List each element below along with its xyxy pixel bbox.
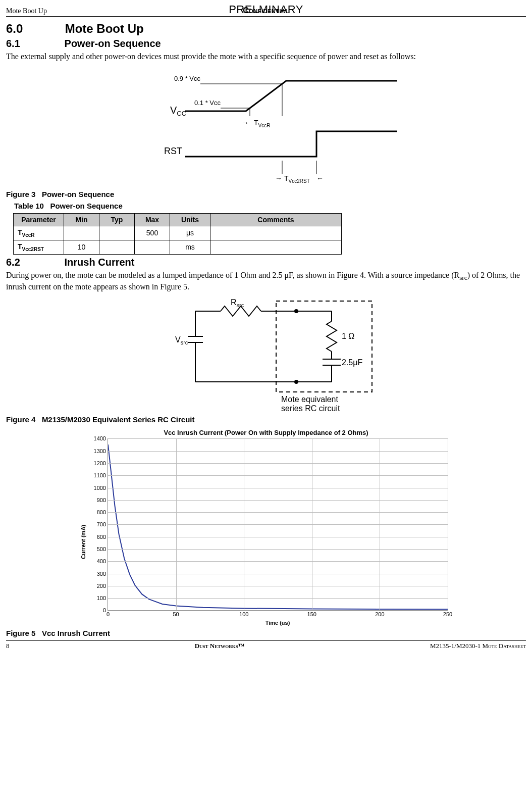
chart-ytick: 500 (97, 546, 108, 552)
chart-ytick: 600 (97, 534, 108, 540)
figure-3-diagram: 0.9 * Vcc 0.1 * Vcc → TVccR VCC RST → TV… (6, 66, 526, 187)
section-6-2-title: Inrush Current (65, 257, 135, 268)
chart-ytick: 100 (97, 595, 108, 601)
footer-page-number: 8 (6, 642, 10, 650)
svg-text:VCC: VCC (170, 105, 186, 117)
chart-series-line (108, 445, 448, 610)
chart-xtick: 200 (375, 610, 384, 617)
section-6-title: Mote Boot Up (65, 22, 144, 35)
chart-ytick: 1000 (94, 485, 108, 491)
chart-xtick: 150 (307, 610, 316, 617)
chart-ylabel: Current (mA) (80, 525, 86, 559)
chart-ytick: 900 (97, 497, 108, 503)
table-row: TVcc2RST10ms (14, 240, 342, 254)
table-header: Typ (99, 214, 135, 226)
chart-ytick: 700 (97, 521, 108, 527)
figure-4-caption: Figure 4 M2135/M2030 Equivalent Series R… (6, 415, 526, 424)
chart-xtick: 50 (173, 610, 179, 617)
svg-text:Vsrc: Vsrc (175, 335, 188, 345)
chart-xtick: 0 (107, 610, 110, 617)
section-6-1-body: The external supply and other power-on d… (6, 52, 526, 62)
svg-text:1 Ω: 1 Ω (342, 332, 354, 340)
svg-text:series RC circuit: series RC circuit (281, 404, 340, 412)
table-header: Min (64, 214, 99, 226)
chart-ytick: 1100 (94, 472, 108, 478)
svg-text:0.1 * Vcc: 0.1 * Vcc (194, 99, 221, 107)
confidential-label: Confidential (6, 6, 526, 15)
svg-text:→: → (242, 119, 249, 127)
chart-ytick: 1400 (94, 435, 108, 441)
svg-text:0.9 * Vcc: 0.9 * Vcc (174, 75, 201, 82)
chart-ytick: 200 (97, 583, 108, 589)
section-6-1-heading: 6.1 Power-on Sequence (6, 38, 526, 49)
table-10-caption: Table 10 Power-on Sequence (6, 202, 526, 210)
svg-text:→: → (275, 174, 282, 182)
svg-text:RST: RST (164, 146, 182, 156)
chart-xtick: 250 (443, 610, 452, 617)
figure-3-caption: Figure 3 Power-on Sequence (6, 190, 526, 199)
footer-rule (6, 640, 526, 641)
svg-rect-24 (276, 301, 372, 392)
table-10: ParameterMinTypMaxUnitsComments TVccR500… (13, 213, 342, 255)
page-footer: 8 Dust Networks™ M2135-1/M2030-1 Mote Da… (6, 642, 526, 650)
figure-4-diagram: Vsrc Rsrc 1 Ω 2.5μF Mote equivalent seri… (6, 296, 526, 412)
section-6-1-number: 6.1 (6, 38, 62, 49)
section-6-heading: 6.0 Mote Boot Up (6, 22, 526, 36)
svg-text:Mote equivalent: Mote equivalent (281, 395, 339, 404)
figure-5-caption: Figure 5 Vcc Inrush Current (6, 629, 526, 637)
table-row: TVccR500μs (14, 226, 342, 240)
table-header: Parameter (14, 214, 64, 226)
section-6-2-number: 6.2 (6, 257, 62, 268)
header-rule (6, 16, 526, 17)
chart-ytick: 1300 (94, 448, 108, 454)
svg-text:←: ← (316, 174, 324, 182)
chart-xtick: 100 (239, 610, 248, 617)
header-section-name: Mote Boot Up (6, 7, 47, 15)
table-header: Max (135, 214, 170, 226)
chart-ytick: 300 (97, 571, 108, 577)
footer-doc-title: M2135-1/M2030-1 Mote Datasheet (430, 642, 526, 650)
table-header: Comments (210, 214, 342, 226)
section-6-1-title: Power-on Sequence (65, 38, 161, 49)
inrush-chart: Vcc Inrush Current (Power On with Supply… (84, 429, 448, 626)
svg-text:2.5μF: 2.5μF (342, 358, 362, 367)
svg-text:TVcc2RST: TVcc2RST (284, 174, 310, 184)
chart-ytick: 1200 (94, 460, 108, 466)
svg-text:Rsrc: Rsrc (231, 298, 244, 308)
table-header: Units (170, 214, 210, 226)
section-6-2-body: During power on, the mote can be modeled… (6, 270, 526, 292)
section-6-number: 6.0 (6, 22, 62, 36)
chart-ytick: 400 (97, 558, 108, 564)
footer-brand: Dust Networks™ (195, 642, 245, 650)
svg-text:TVccR: TVccR (254, 119, 270, 128)
chart-xlabel: Time (us) (108, 620, 448, 626)
chart-ytick: 800 (97, 509, 108, 515)
section-6-2-heading: 6.2 Inrush Current (6, 257, 526, 268)
chart-title: Vcc Inrush Current (Power On with Supply… (84, 429, 448, 436)
